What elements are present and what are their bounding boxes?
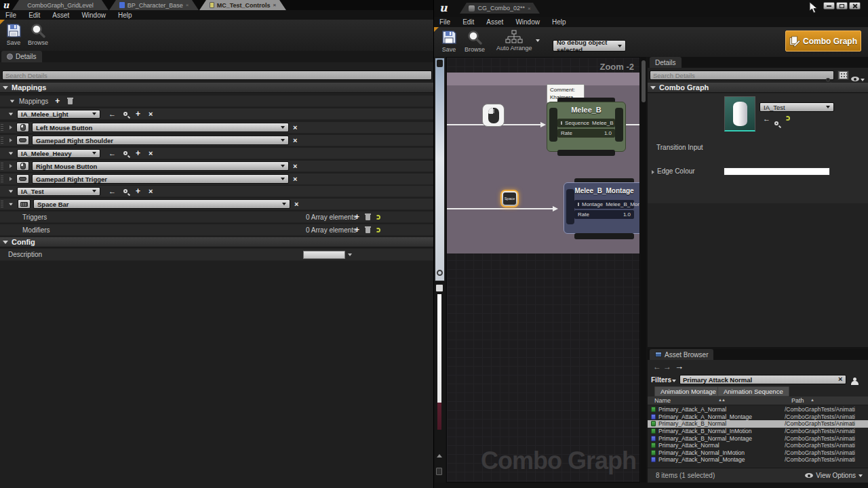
remove-icon[interactable]: ×	[149, 188, 153, 195]
asset-row[interactable]: Primary_Attack_B_Normal_InMotion/ComboGr…	[648, 428, 868, 435]
drag-handle[interactable]	[1, 201, 3, 207]
node-sequence-row[interactable]: Sequence Melee_B	[557, 119, 615, 127]
expander-icon[interactable]	[9, 203, 13, 205]
save-button[interactable]: Save	[5, 22, 22, 46]
use-selected-icon[interactable]: ←	[108, 150, 116, 157]
key-icon-box[interactable]	[16, 174, 29, 184]
filter-chip-animation-sequence[interactable]: Animation Sequence	[717, 386, 789, 396]
browse-to-icon[interactable]	[123, 189, 127, 193]
details-panel-tab[interactable]: Details	[650, 57, 682, 68]
add-binding-icon[interactable]: +	[136, 110, 140, 118]
expander-icon[interactable]	[9, 125, 12, 129]
use-selected-icon[interactable]: ←	[108, 110, 116, 118]
node-melee-b-montage[interactable]: Melee_B_Montage Montage Melee_B_Montage …	[564, 178, 640, 239]
menu-window[interactable]: Window	[81, 12, 106, 19]
filter-chip-animation-montage[interactable]: Animation Montage	[654, 386, 722, 396]
action-dropdown[interactable]: IA_Test	[17, 187, 100, 196]
maximize-button[interactable]	[836, 2, 848, 9]
browse-to-icon[interactable]	[123, 112, 127, 116]
asset-row-selected[interactable]: Primary_Attack_B_Normal/ComboGraphTests/…	[648, 420, 868, 428]
details-panel-tab[interactable]: Details	[1, 51, 42, 62]
asset-row[interactable]: Primary_Attack_B_Normal_Montage/ComboGra…	[648, 434, 868, 442]
browse-to-icon[interactable]	[774, 121, 778, 125]
node-rate-row[interactable]: Rate 1.0	[557, 129, 615, 138]
menu-edit[interactable]: Edit	[462, 18, 474, 26]
key-icon-box[interactable]	[16, 161, 29, 171]
history-back-icon[interactable]: ←	[653, 362, 661, 371]
menu-help[interactable]: Help	[118, 12, 132, 19]
menu-file[interactable]: File	[5, 12, 16, 19]
comment-group-titlebar[interactable]	[447, 73, 639, 85]
menu-file[interactable]: File	[439, 18, 450, 26]
config-section-header[interactable]: Config	[0, 237, 434, 247]
transition-input-thumbnail[interactable]	[724, 96, 755, 131]
key-icon-box[interactable]	[18, 199, 31, 209]
tab-mc-test-controls[interactable]: MC_Test_Controls ×	[199, 0, 286, 10]
tab-bp-character-base[interactable]: BP_Character_Base ×	[109, 0, 199, 10]
trash-icon[interactable]	[366, 215, 370, 220]
clear-filter-icon[interactable]: ×	[838, 375, 842, 383]
filters-label[interactable]: Filters	[651, 376, 671, 384]
chevron-down-icon[interactable]	[672, 380, 676, 382]
save-button[interactable]: Save	[441, 29, 457, 53]
key-icon-box[interactable]	[16, 136, 29, 145]
key-dropdown[interactable]: Space Bar	[33, 199, 290, 209]
menu-edit[interactable]: Edit	[28, 12, 40, 19]
history-forward-icon[interactable]: →	[663, 362, 671, 371]
trash-icon[interactable]	[366, 228, 370, 233]
close-button[interactable]	[849, 2, 861, 9]
key-dropdown[interactable]: Left Mouse Button	[32, 123, 289, 132]
node-melee-b[interactable]: Melee_B Sequence Melee_B Rate 1.0	[547, 98, 626, 156]
asset-row[interactable]: Primary_Attack_A_Normal_Montage/ComboGra…	[648, 413, 868, 421]
node-montage-row[interactable]: Montage Melee_B_Montage	[574, 200, 634, 209]
remove-icon[interactable]: ×	[293, 163, 297, 170]
minimize-button[interactable]	[823, 2, 835, 9]
chevron-down-icon[interactable]	[348, 253, 352, 256]
remove-icon[interactable]: ×	[294, 201, 298, 208]
combo-graph-button[interactable]: Combo Graph	[785, 30, 861, 52]
trash-icon[interactable]	[68, 99, 73, 104]
drag-handle[interactable]	[1, 124, 3, 131]
close-icon[interactable]: ×	[528, 5, 531, 12]
transition-input-dropdown[interactable]: IA_Test	[760, 102, 834, 112]
menu-asset[interactable]: Asset	[486, 18, 503, 26]
debug-object-dropdown[interactable]: No debug object selected	[553, 40, 626, 52]
scrollbar-thumb[interactable]	[642, 60, 646, 102]
expander-icon[interactable]	[9, 177, 12, 181]
remove-icon[interactable]: ×	[293, 137, 297, 144]
column-name[interactable]: Name	[654, 397, 671, 404]
developer-filter-icon[interactable]	[851, 378, 858, 385]
expander-icon[interactable]	[9, 152, 13, 155]
reset-icon[interactable]	[785, 116, 790, 121]
menu-asset[interactable]: Asset	[52, 12, 69, 19]
expand-arrow-icon[interactable]	[437, 454, 442, 458]
tab-cg-combo[interactable]: CG_Combo_02** ×	[460, 3, 540, 14]
browse-button[interactable]: Browse	[28, 22, 48, 46]
input-node-space-key[interactable]: Space	[500, 190, 519, 207]
input-node-left-mouse[interactable]	[482, 104, 505, 127]
key-dropdown[interactable]: Right Mouse Button	[32, 161, 289, 171]
collapsed-panel-strip[interactable]	[435, 58, 445, 281]
menu-window[interactable]: Window	[515, 18, 540, 26]
asset-row[interactable]: Primary_Attack_Normal/ComboGraphTests/An…	[648, 442, 868, 449]
expander-icon[interactable]	[9, 138, 12, 142]
add-element-icon[interactable]: +	[355, 213, 359, 221]
property-matrix-button[interactable]	[837, 70, 849, 80]
combo-graph-canvas[interactable]: Zoom -2 Comment: Khaimera Melee_B	[446, 57, 640, 483]
use-selected-icon[interactable]: ←	[108, 188, 116, 195]
auto-arrange-button[interactable]: Auto Arrange	[496, 30, 532, 52]
collapsed-panel-strip-lower[interactable]	[435, 283, 445, 483]
expander-icon[interactable]	[10, 100, 14, 102]
drag-handle[interactable]	[1, 176, 3, 182]
add-element-icon[interactable]: +	[355, 226, 359, 234]
graph-scrollbar[interactable]	[641, 57, 646, 483]
add-binding-icon[interactable]: +	[136, 149, 140, 157]
asset-filter-input[interactable]	[679, 375, 846, 384]
menu-help[interactable]: Help	[552, 18, 566, 26]
close-icon[interactable]: ×	[186, 2, 189, 8]
add-mapping-icon[interactable]: +	[55, 97, 60, 105]
expander-icon[interactable]	[9, 190, 13, 192]
remove-icon[interactable]: ×	[149, 110, 153, 118]
expander-icon[interactable]	[9, 164, 12, 168]
expander-icon[interactable]	[652, 170, 654, 174]
